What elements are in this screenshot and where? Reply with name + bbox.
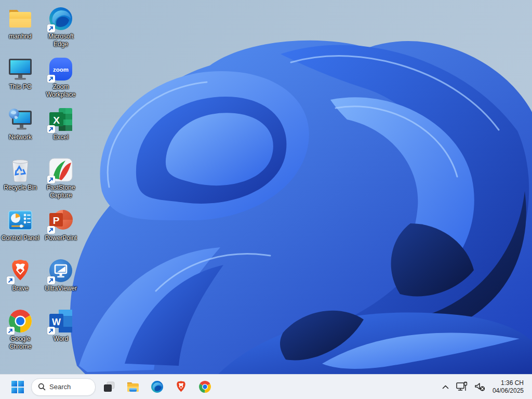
desktop-icon-zoom-workplace[interactable]: zoom Zoom Workplace — [41, 52, 81, 103]
desktop-icon-label: UltraViewer — [45, 285, 77, 292]
shortcut-arrow-icon — [47, 327, 55, 335]
desktop: manhnd This PC — [0, 0, 532, 399]
recycle-bin-icon — [8, 157, 33, 182]
folder-icon — [8, 6, 33, 31]
tray-date: 04/06/2025 — [493, 387, 524, 395]
desktop-icon-control-panel[interactable]: Control Panel — [1, 204, 40, 254]
start-button[interactable] — [7, 377, 28, 397]
volume-muted-tray-button[interactable] — [472, 377, 488, 397]
desktop-icon-google-chrome[interactable]: Google Chrome — [1, 304, 40, 355]
shortcut-arrow-icon — [47, 125, 55, 133]
shortcut-arrow-icon — [47, 24, 55, 32]
desktop-icon-word[interactable]: W Word — [41, 304, 81, 355]
desktop-icon-label: Zoom Workplace — [41, 83, 81, 99]
windows-logo-icon — [11, 381, 24, 393]
powerpoint-icon: P — [48, 208, 73, 233]
search-icon — [38, 383, 46, 391]
word-logo-letter: W — [52, 317, 61, 327]
desktop-icon-label: Excel — [53, 134, 68, 141]
desktop-icon-label: Word — [54, 335, 68, 343]
desktop-icon-label: Google Chrome — [1, 335, 40, 351]
desktop-icon-label: FastStone Capture — [41, 184, 81, 200]
word-icon: W — [48, 309, 73, 334]
chrome-taskbar-button[interactable] — [194, 377, 215, 397]
desktop-icon-column-1: manhnd This PC — [1, 2, 40, 355]
edge-icon — [151, 380, 164, 393]
shortcut-arrow-icon — [47, 276, 55, 284]
desktop-icon-ultraviewer[interactable]: UltraViewer — [41, 254, 81, 304]
shortcut-arrow-icon — [47, 176, 55, 183]
desktop-icon-label: Control Panel — [2, 234, 39, 242]
control-panel-icon — [8, 208, 33, 233]
faststone-icon — [48, 157, 73, 182]
this-pc-icon — [8, 57, 33, 82]
edge-taskbar-button[interactable] — [147, 377, 167, 397]
shortcut-arrow-icon — [7, 327, 15, 335]
desktop-icon-label: manhnd — [9, 33, 31, 41]
desktop-icon-recycle-bin[interactable]: Recycle Bin — [1, 153, 40, 204]
desktop-icon-manhnd[interactable]: manhnd — [1, 2, 40, 52]
desktop-icon-network[interactable]: Network — [1, 103, 40, 153]
file-explorer-icon — [126, 381, 140, 393]
desktop-icon-label: Microsoft Edge — [41, 33, 81, 48]
search-label: Search — [49, 383, 71, 391]
desktop-icon-powerpoint[interactable]: P PowerPoint — [41, 204, 81, 254]
clock[interactable]: 1:36 CH 04/06/2025 — [489, 379, 527, 395]
desktop-icon-this-pc[interactable]: This PC — [1, 52, 40, 103]
brave-icon — [8, 258, 33, 283]
ethernet-network-icon — [456, 381, 468, 393]
desktop-icon-label: PowerPoint — [45, 234, 76, 242]
excel-icon: X — [48, 107, 73, 132]
chevron-up-icon — [442, 384, 449, 390]
desktop-icon-microsoft-edge[interactable]: Microsoft Edge — [41, 2, 81, 52]
tray-time: 1:36 CH — [493, 379, 524, 387]
chrome-icon — [8, 309, 33, 334]
desktop-icon-label: Recycle Bin — [4, 184, 36, 192]
network-tray-button[interactable] — [453, 377, 471, 397]
task-view-icon — [103, 381, 115, 393]
powerpoint-logo-letter: P — [53, 215, 60, 226]
shortcut-arrow-icon — [7, 276, 15, 284]
desktop-icon-faststone-capture[interactable]: FastStone Capture — [41, 153, 81, 204]
brave-icon — [175, 380, 187, 393]
desktop-icon-excel[interactable]: X Excel — [41, 103, 81, 153]
file-explorer-button[interactable] — [123, 377, 143, 397]
taskbar-left-group: Search — [0, 377, 215, 397]
speaker-muted-icon — [474, 382, 486, 392]
desktop-icon-label: Brave — [12, 285, 28, 292]
zoom-logo-text: zoom — [53, 66, 69, 73]
chrome-icon — [198, 380, 211, 393]
desktop-icon-label: Network — [9, 134, 32, 141]
taskbar: Search — [0, 374, 532, 399]
brave-taskbar-button[interactable] — [170, 377, 191, 397]
desktop-icon-label: This PC — [9, 83, 32, 91]
zoom-icon: zoom — [48, 57, 73, 82]
desktop-icon-column-2: Microsoft Edge zoom Zoom Workplace — [41, 2, 81, 355]
shortcut-arrow-icon — [47, 75, 55, 83]
excel-logo-letter: X — [53, 115, 60, 126]
system-tray: 1:36 CH 04/06/2025 — [439, 377, 532, 397]
search-input[interactable]: Search — [31, 378, 96, 396]
shortcut-arrow-icon — [47, 226, 55, 234]
edge-icon — [48, 6, 73, 31]
task-view-button[interactable] — [99, 377, 119, 397]
tray-chevron-button[interactable] — [439, 377, 452, 397]
network-icon — [8, 107, 33, 132]
desktop-icon-brave[interactable]: Brave — [1, 254, 40, 304]
ultraviewer-icon — [48, 258, 73, 283]
